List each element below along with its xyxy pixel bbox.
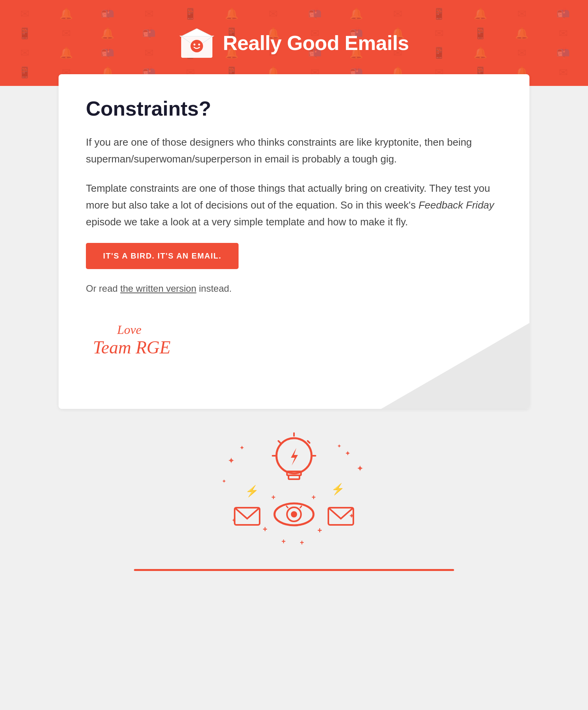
paragraph2-after-em: episode we take a look at a very simple … — [86, 216, 408, 228]
footer-divider — [134, 569, 454, 571]
header-section: ✉🔔📬✉📱🔔✉📬🔔✉📱🔔✉📬 📱✉🔔📬✉📱🔔✉📬🔔✉📱🔔✉ ✉🔔📬✉📱🔔✉📬🔔✉… — [0, 0, 588, 86]
written-version-link[interactable]: the written version — [120, 283, 196, 294]
svg-text:✦: ✦ — [356, 464, 363, 473]
main-wrapper: Constraints? If you are one of those des… — [0, 74, 588, 610]
card-heading: Constraints? — [86, 98, 502, 120]
svg-point-30 — [291, 511, 297, 517]
svg-text:Team RGE: Team RGE — [93, 337, 171, 357]
illustration-wrapper: ✦ ✦ ✦ ✦ ✦ ✦ ✦ ✦ ⚡ ⚡ — [216, 432, 372, 549]
svg-text:+: + — [317, 526, 322, 535]
svg-line-26 — [308, 441, 310, 443]
svg-text:✦: ✦ — [345, 450, 351, 457]
paragraph2-em: Feedback Friday — [419, 199, 494, 211]
svg-point-5 — [193, 43, 195, 45]
logo-envelope — [179, 29, 214, 58]
or-read-prefix: Or read — [86, 283, 120, 294]
svg-text:✦: ✦ — [228, 456, 235, 466]
svg-text:✦: ✦ — [239, 444, 244, 451]
svg-text:+: + — [271, 493, 276, 501]
svg-text:✦: ✦ — [337, 443, 342, 449]
brand-illustration: ✦ ✦ ✦ ✦ ✦ ✦ ✦ ✦ ⚡ ⚡ — [216, 432, 372, 549]
header-brand: Really Good Emails — [179, 29, 409, 58]
svg-text:+: + — [300, 539, 304, 546]
svg-point-4 — [191, 40, 203, 52]
svg-text:+: + — [312, 493, 316, 501]
svg-line-25 — [278, 441, 280, 443]
svg-line-31 — [286, 506, 288, 508]
svg-text:Love: Love — [117, 323, 141, 337]
brand-title: Really Good Emails — [223, 31, 409, 55]
svg-text:+: + — [263, 525, 267, 533]
svg-text:⚡: ⚡ — [331, 483, 345, 496]
svg-text:⚡: ⚡ — [245, 485, 259, 498]
svg-point-6 — [198, 43, 200, 45]
or-read-line: Or read the written version instead. — [86, 283, 502, 294]
signature-area: Love Team RGE — [86, 318, 502, 362]
signature-image: Love Team RGE — [86, 318, 203, 360]
cta-button[interactable]: IT'S A BIRD. IT'S AN EMAIL. — [86, 243, 239, 269]
card-paragraph-1: If you are one of those designers who th… — [86, 134, 502, 168]
card-paragraph-2: Template constraints are one of those th… — [86, 180, 502, 230]
svg-text:+: + — [282, 537, 286, 545]
bottom-section: ✦ ✦ ✦ ✦ ✦ ✦ ✦ ✦ ⚡ ⚡ — [59, 409, 529, 587]
svg-text:✦: ✦ — [222, 478, 226, 484]
cta-button-wrapper: IT'S A BIRD. IT'S AN EMAIL. — [86, 243, 502, 283]
svg-line-32 — [300, 506, 302, 508]
or-read-suffix: instead. — [196, 283, 232, 294]
svg-rect-22 — [289, 475, 299, 479]
content-card: Constraints? If you are one of those des… — [59, 74, 529, 409]
svg-marker-7 — [181, 29, 212, 36]
